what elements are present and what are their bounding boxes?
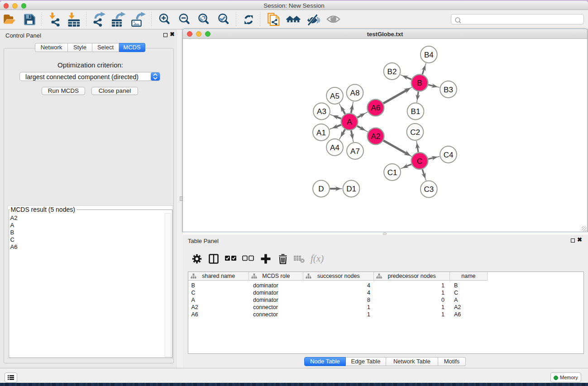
svg-text:A4: A4 (330, 143, 339, 152)
svg-text:C: C (417, 157, 422, 166)
svg-text:A5: A5 (330, 92, 339, 100)
svg-text:A1: A1 (316, 129, 326, 137)
svg-text:B4: B4 (424, 51, 434, 59)
svg-text:A: A (347, 118, 352, 126)
svg-text:D: D (318, 185, 324, 193)
svg-text:B3: B3 (444, 86, 453, 94)
svg-text:A8: A8 (350, 89, 360, 97)
svg-text:A7: A7 (350, 147, 360, 156)
svg-text:D1: D1 (346, 185, 356, 193)
svg-text:C2: C2 (410, 128, 420, 137)
svg-text:C1: C1 (387, 168, 397, 177)
svg-text:A6: A6 (371, 104, 380, 112)
svg-text:C4: C4 (444, 151, 454, 159)
svg-text:B1: B1 (411, 107, 421, 116)
svg-text:B: B (417, 79, 422, 87)
svg-text:A2: A2 (371, 132, 381, 141)
svg-text:B2: B2 (387, 67, 397, 76)
svg-text:A3: A3 (317, 107, 326, 116)
svg-text:C3: C3 (424, 185, 434, 194)
